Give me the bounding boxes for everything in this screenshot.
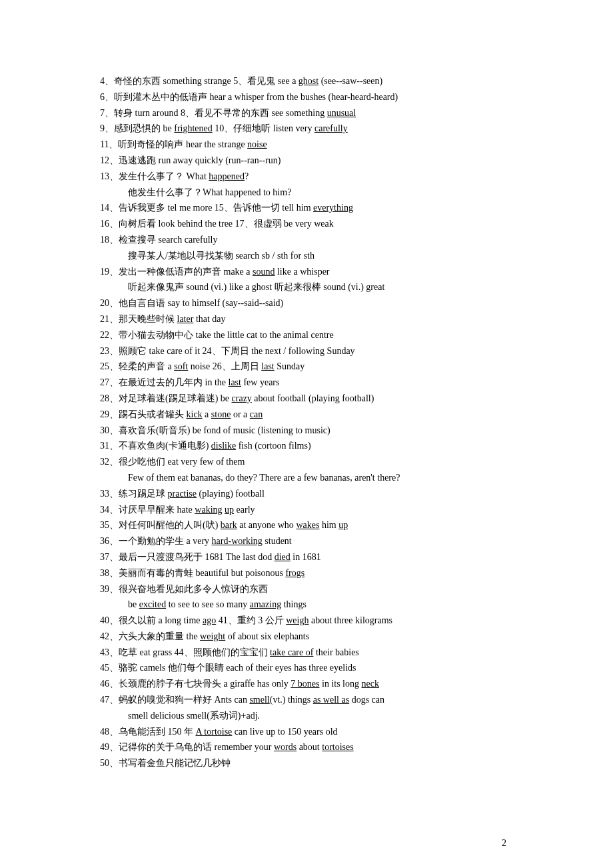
- vocab-entry: 42、六头大象的重量 the weight of about six eleph…: [100, 629, 513, 645]
- vocab-entry: 34、讨厌早早醒来 hate waking up early: [100, 502, 513, 518]
- vocab-entry: 31、不喜欢鱼肉(卡通电影) dislike fish (cortoon fil…: [100, 438, 513, 454]
- vocab-entry: 38、美丽而有毒的青蛙 beautiful but poisonous frog…: [100, 565, 513, 581]
- vocab-entry: 46、长颈鹿的脖子有七块骨头 a giraffe has only 7 bone…: [100, 676, 513, 692]
- vocab-entry: 13、发生什么事了？ What happened?: [100, 169, 513, 185]
- vocab-entry: 36、一个勤勉的学生 a very hard-working student: [100, 533, 513, 549]
- vocab-entry: 21、那天晚些时候 later that day: [100, 311, 513, 327]
- vocab-entry: 22、带小猫去动物中心 take the little cat to the a…: [100, 327, 513, 343]
- vocab-entry: 18、检查搜寻 search carefully: [100, 232, 513, 248]
- vocab-entry: 45、骆驼 camels 他们每个眼睛 each of their eyes h…: [100, 660, 513, 676]
- vocab-entry: 30、喜欢音乐(听音乐) be fond of music (listening…: [100, 423, 513, 439]
- document-page: 4、奇怪的东西 something strange 5、看见鬼 see a gh…: [0, 0, 613, 811]
- vocab-entry: 4、奇怪的东西 something strange 5、看见鬼 see a gh…: [100, 73, 513, 89]
- vocab-entry: 50、书写着金鱼只能记忆几秒钟: [100, 755, 513, 771]
- vocab-entry: 35、对任何叫醒他的人叫(吠) bark at anyone who wakes…: [100, 517, 513, 533]
- vocab-entry: 12、迅速逃跑 run away quickly (run--ran--run): [100, 153, 513, 169]
- vocab-entry: 40、很久以前 a long time ago 41、重约 3 公斤 weigh…: [100, 613, 513, 629]
- vocab-entry: 11、听到奇怪的响声 hear the strange noise: [100, 137, 513, 153]
- vocab-entry: 33、练习踢足球 practise (playing) football: [100, 486, 513, 502]
- vocab-entry: 14、告诉我更多 tel me more 15、告诉他一切 tell him e…: [100, 200, 513, 216]
- vocab-subline: Few of them eat bananas, do they? There …: [100, 470, 513, 486]
- vocab-entry: 28、对足球着迷(踢足球着迷) be crazy about football …: [100, 391, 513, 407]
- vocab-entry: 48、乌龟能活到 150 年 A tortoise can live up to…: [100, 724, 513, 740]
- vocab-entry: 25、轻柔的声音 a soft noise 26、上周日 last Sunday: [100, 359, 513, 375]
- vocab-subline: 搜寻某人/某地以寻找某物 search sb / sth for sth: [100, 248, 513, 264]
- vocab-entry: 16、向树后看 look behind the tree 17、很虚弱 be v…: [100, 216, 513, 232]
- vocab-subline: be excited to see to see so many amazing…: [100, 597, 513, 613]
- vocab-entry: 37、最后一只渡渡鸟死于 1681 The last dod died in 1…: [100, 549, 513, 565]
- vocab-subline: smell delicious smell(系动词)+adj.: [100, 708, 513, 724]
- vocab-entry: 27、在最近过去的几年内 in the last few years: [100, 375, 513, 391]
- vocab-entry: 9、感到恐惧的 be frightened 10、仔细地听 listen ver…: [100, 121, 513, 137]
- vocab-entry: 23、照顾它 take care of it 24、下周日 the next /…: [100, 343, 513, 359]
- page-number: 2: [0, 811, 613, 849]
- vocab-entry: 7、转身 turn around 8、看见不寻常的东西 see somethin…: [100, 105, 513, 121]
- vocab-entry: 49、记得你的关于乌龟的话 remember your words about …: [100, 739, 513, 755]
- vocab-subline: 他发生什么事了？What happened to him?: [100, 185, 513, 201]
- vocab-entry: 6、听到灌木丛中的低语声 hear a whisper from the bus…: [100, 89, 513, 105]
- vocab-subline: 听起来像鬼声 sound (vi.) like a ghost 听起来很棒 so…: [100, 279, 513, 295]
- vocab-entry: 47、蚂蚁的嗅觉和狗一样好 Ants can smell(vt.) things…: [100, 692, 513, 708]
- vocab-entry: 32、很少吃他们 eat very few of them: [100, 454, 513, 470]
- vocab-entry: 29、踢石头或者罐头 kick a stone or a can: [100, 407, 513, 423]
- vocab-entry: 43、吃草 eat grass 44、照顾他们的宝宝们 take care of…: [100, 645, 513, 661]
- vocab-entry: 19、发出一种像低语声的声音 make a sound like a whisp…: [100, 264, 513, 280]
- vocab-entry: 20、他自言自语 say to himself (say--said--said…: [100, 295, 513, 311]
- vocab-entry: 39、很兴奋地看见如此多令人惊讶的东西: [100, 581, 513, 597]
